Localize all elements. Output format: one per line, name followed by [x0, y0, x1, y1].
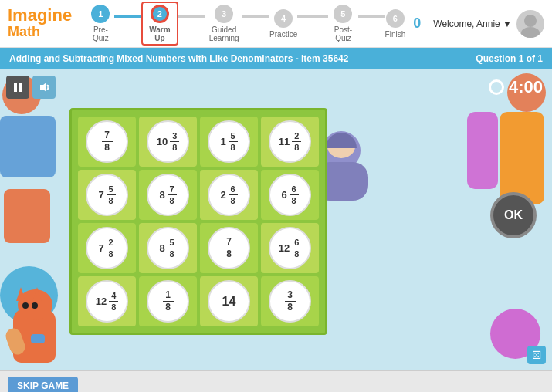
board-cell: 1248: [78, 276, 136, 326]
fraction-circle[interactable]: 668: [269, 174, 311, 216]
fraction-circle[interactable]: 1268: [269, 227, 311, 269]
fraction-circle[interactable]: 1038: [147, 120, 189, 163]
fraction-circle[interactable]: 858: [147, 227, 189, 269]
step-label-4: Practice: [269, 30, 297, 39]
timer-circle: [489, 79, 504, 95]
svg-point-0: [524, 15, 537, 27]
board-cell: 758: [78, 170, 136, 220]
svg-rect-3: [19, 83, 22, 92]
fraction-circle[interactable]: 1128: [269, 120, 311, 163]
timer-value: 4:00: [509, 77, 543, 97]
board-cell: 78: [78, 117, 136, 167]
svg-marker-4: [40, 83, 46, 92]
svg-rect-2: [14, 83, 17, 92]
board-cell: 38: [261, 276, 319, 326]
welcome-text: Welcome, Annie ▼: [433, 19, 512, 29]
spool-decoration: [4, 189, 50, 243]
avatar: [516, 10, 544, 38]
step-label-1: Pre-Quiz: [87, 25, 113, 42]
board-cell: 1268: [261, 223, 319, 273]
fox-character: [4, 286, 66, 363]
board-cell: 18: [139, 276, 197, 326]
board-cell: 1128: [261, 117, 319, 167]
game-board-wrapper: 7810381581128758878268668728858781268124…: [69, 108, 327, 335]
step-6[interactable]: 6Finish: [385, 9, 406, 39]
question-bar: Adding and Subtracting Mixed Numbers wit…: [0, 48, 552, 69]
fraction-circle[interactable]: 78: [86, 120, 128, 163]
skip-game-button[interactable]: SKIP GAME: [8, 377, 78, 393]
step-connector: [114, 15, 141, 18]
step-5[interactable]: 5Post-Quiz: [328, 5, 357, 42]
step-4[interactable]: 4Practice: [269, 9, 297, 39]
board-cell: 878: [139, 170, 197, 220]
fraction-circle[interactable]: 158: [208, 120, 250, 163]
board-cell: 14: [200, 276, 258, 326]
active-step-box: 2Warm Up: [141, 2, 179, 46]
logo-line2: Math: [8, 24, 72, 40]
board-cell: 1038: [139, 117, 197, 167]
spool-right2: [467, 112, 498, 189]
step-2[interactable]: 2Warm Up: [141, 2, 179, 46]
step-connector: [178, 15, 205, 18]
board-cell: 158: [200, 117, 258, 167]
game-area: 4:00 78103815811287588782686687288587812…: [0, 69, 552, 370]
step-label-3: Guided Learning: [205, 25, 242, 42]
timer-display: 4:00: [489, 77, 543, 97]
progress-bar: 1Pre-Quiz2Warm Up3Guided Learning4Practi…: [87, 2, 405, 46]
step-label-5: Post-Quiz: [328, 25, 357, 42]
game-toolbar: [6, 76, 56, 99]
user-area: 0 Welcome, Annie ▼: [413, 10, 544, 38]
spool-decoration: [0, 116, 56, 177]
board-cell: 728: [78, 223, 136, 273]
fraction-circle[interactable]: 38: [269, 280, 311, 323]
bottom-bar: SKIP GAME: [0, 370, 552, 392]
game-board: 7810381581128758878268668728858781268124…: [69, 108, 327, 335]
sound-button[interactable]: [32, 76, 56, 99]
step-connector: [242, 15, 269, 18]
fraction-circle[interactable]: 18: [147, 280, 189, 323]
step-1[interactable]: 1Pre-Quiz: [87, 5, 113, 42]
board-cell: 668: [261, 170, 319, 220]
fraction-circle[interactable]: 1248: [86, 280, 128, 323]
fraction-circle[interactable]: 14: [208, 280, 250, 323]
step-connector: [358, 15, 385, 18]
dice-icon: ⚄: [527, 346, 546, 364]
spool-right: [500, 112, 544, 204]
svg-point-1: [521, 27, 540, 38]
question-title: Adding and Subtracting Mixed Numbers wit…: [9, 53, 348, 64]
step-connector: [297, 15, 328, 18]
board-cell: 268: [200, 170, 258, 220]
header: Imagine Math 1Pre-Quiz2Warm Up3Guided Le…: [0, 0, 552, 48]
fraction-circle[interactable]: 728: [86, 227, 128, 269]
fraction-circle[interactable]: 268: [208, 174, 250, 216]
board-cell: 858: [139, 223, 197, 273]
step-3[interactable]: 3Guided Learning: [205, 5, 242, 42]
fraction-circle[interactable]: 758: [86, 174, 128, 216]
ok-button[interactable]: OK: [490, 192, 537, 238]
question-count: Question 1 of 1: [476, 53, 543, 64]
step-label-6: Finish: [385, 30, 406, 39]
fraction-circle[interactable]: 78: [208, 227, 250, 269]
points-display: 0: [413, 15, 421, 32]
logo: Imagine Math: [8, 7, 72, 40]
pause-button[interactable]: [6, 76, 29, 99]
step-label-2: Warm Up: [146, 25, 174, 42]
logo-line1: Imagine: [8, 7, 72, 24]
board-cell: 78: [200, 223, 258, 273]
fraction-circle[interactable]: 878: [147, 174, 189, 216]
